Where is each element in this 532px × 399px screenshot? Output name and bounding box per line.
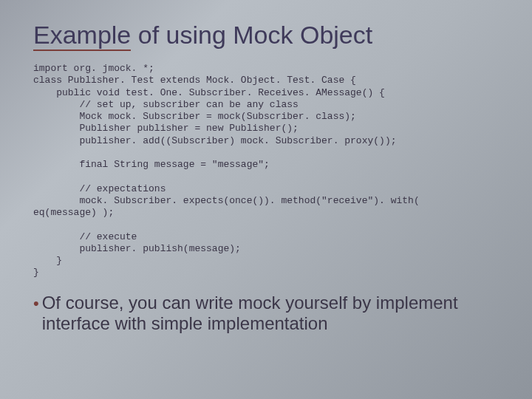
bullet-icon: •	[33, 294, 39, 313]
slide-title: Example of using Mock Object	[33, 21, 499, 50]
slide: Example of using Mock Object import org.…	[0, 0, 532, 399]
title-rest: of using Mock Object	[131, 21, 372, 49]
code-block: import org. jmock. *; class Publisher. T…	[33, 63, 499, 279]
note-row: • Of course, you can write mock yourself…	[33, 293, 499, 335]
note-text: Of course, you can write mock yourself b…	[42, 293, 499, 335]
title-underlined: Example	[33, 21, 131, 51]
